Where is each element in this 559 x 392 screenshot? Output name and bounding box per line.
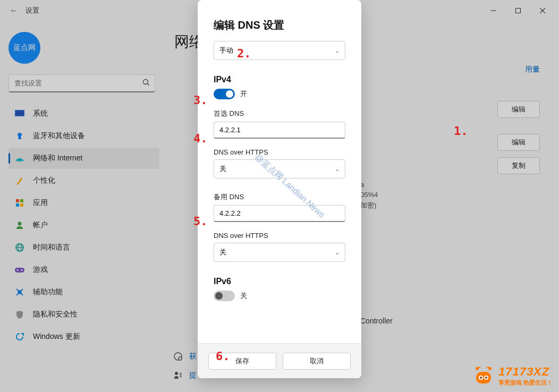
- brand-tagline: 享受游戏 热爱生活！: [498, 379, 553, 387]
- ipv4-heading: IPv4: [214, 75, 345, 84]
- alt-dns-input[interactable]: [214, 205, 345, 222]
- svg-point-29: [480, 377, 482, 379]
- doh2-select[interactable]: 关 ⌄: [214, 243, 345, 262]
- ipv4-toggle[interactable]: [214, 89, 235, 99]
- dns-mode-value: 手动: [219, 46, 233, 55]
- doh1-select[interactable]: 关 ⌄: [214, 159, 345, 178]
- cancel-button[interactable]: 取消: [283, 353, 351, 370]
- save-button[interactable]: 保存: [208, 353, 276, 370]
- doh1-label: DNS over HTTPS: [214, 148, 345, 156]
- ipv6-toggle[interactable]: [214, 291, 235, 301]
- chevron-down-icon: ⌄: [335, 47, 340, 54]
- ipv6-heading: IPv6: [214, 277, 345, 286]
- svg-rect-26: [476, 372, 491, 384]
- chevron-down-icon: ⌄: [335, 249, 340, 256]
- dialog-title: 编辑 DNS 设置: [214, 18, 345, 32]
- dns-mode-select[interactable]: 手动 ⌄: [214, 41, 345, 60]
- chevron-down-icon: ⌄: [335, 166, 340, 173]
- primary-dns-input[interactable]: [214, 122, 345, 139]
- brand-logo: 17173XZ 享受游戏 热爱生活！: [473, 365, 553, 387]
- ipv6-toggle-label: 关: [240, 291, 247, 301]
- brand-name: 17173XZ: [498, 365, 553, 379]
- ipv4-toggle-label: 开: [240, 89, 247, 99]
- svg-point-30: [485, 377, 487, 379]
- dns-dialog: 编辑 DNS 设置 手动 ⌄ IPv4 开 首选 DNS DNS over HT…: [198, 0, 361, 378]
- doh2-label: DNS over HTTPS: [214, 232, 345, 240]
- primary-dns-label: 首选 DNS: [214, 109, 345, 118]
- alt-dns-label: 备用 DNS: [214, 192, 345, 202]
- robot-icon: [473, 365, 494, 387]
